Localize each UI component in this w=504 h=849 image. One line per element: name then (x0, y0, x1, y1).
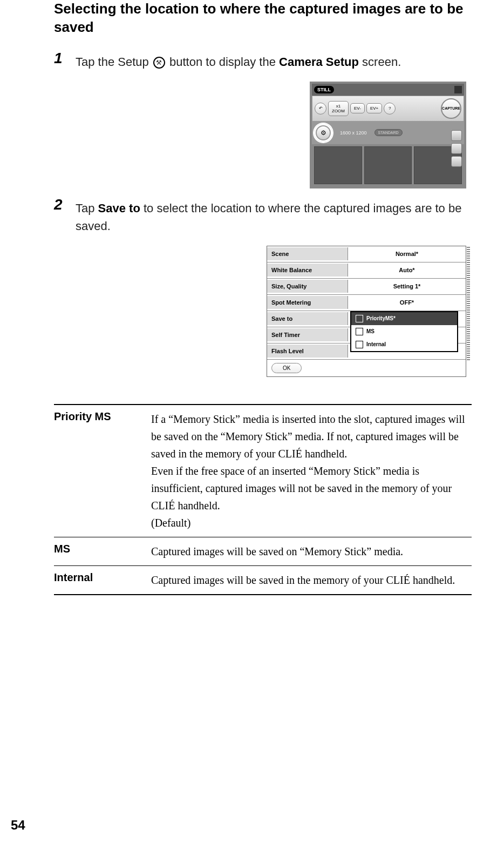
setup-row-sizequality[interactable]: Size, Quality Setting 1* (267, 279, 466, 295)
setup-button-highlight: ⚙ (314, 124, 332, 142)
help-button[interactable]: ? (384, 103, 396, 114)
def-term: Priority MS (54, 410, 151, 531)
popup-item-label: Internal (366, 341, 386, 347)
popup-item-label: MS (366, 328, 374, 334)
camera-ui-screenshot: STILL ↶ x1 ZOOM EV- EV+ ? CAPTURE ⚙ 1600… (310, 82, 466, 188)
topbar-icon (454, 86, 462, 93)
step-2: 2 Tap Save to to select the location to … (54, 199, 472, 235)
setup-row-label: Self Timer (267, 328, 348, 341)
def-row-ms: MS Captured images will be saved on “Mem… (54, 537, 472, 566)
setup-row-label: Save to (267, 312, 348, 325)
setup-row-label: Flash Level (267, 345, 348, 358)
setup-row-whitebalance[interactable]: White Balance Auto* (267, 262, 466, 279)
setup-row-scene[interactable]: Scene Normal* (267, 246, 466, 262)
camera-setup-list: Scene Normal* White Balance Auto* Size, … (267, 246, 466, 377)
sidebar-button[interactable] (451, 130, 462, 141)
memorystick-icon (356, 328, 363, 335)
def-desc: Captured images will be saved in the mem… (151, 571, 472, 589)
step-1: 1 Tap the Setup button to display the Ca… (54, 53, 472, 71)
def-term: MS (54, 543, 151, 560)
setup-button[interactable]: ⚙ (317, 126, 330, 139)
step-number: 2 (54, 196, 63, 213)
def-row-internal: Internal Captured images will be saved i… (54, 566, 472, 595)
def-row-priorityms: Priority MS If a “Memory Stick” media is… (54, 405, 472, 537)
back-button[interactable]: ↶ (315, 103, 326, 114)
scroll-indicator (467, 246, 470, 360)
ev-plus-button[interactable]: EV+ (366, 103, 382, 113)
step-number: 1 (54, 50, 63, 67)
saveto-popup: PriorityMS* MS Internal (350, 311, 458, 352)
quality-badge: STANDARD (374, 129, 403, 136)
setup-row-label: Scene (267, 247, 348, 260)
definition-table: Priority MS If a “Memory Stick” media is… (54, 404, 472, 595)
popup-internal[interactable]: Internal (351, 338, 457, 351)
sidebar-button[interactable] (451, 156, 462, 167)
step-1-text: Tap the Setup button to display the Came… (76, 53, 472, 71)
ev-minus-button[interactable]: EV- (350, 103, 365, 113)
step-1-tail: screen. (359, 55, 401, 69)
camera-midbar: ⚙ 1600 x 1200 STANDARD (312, 122, 464, 144)
capture-button[interactable]: CAPTURE (441, 98, 461, 119)
popup-ms[interactable]: MS (351, 325, 457, 338)
camera-preview-row (312, 144, 464, 186)
setup-row-value: Setting 1* (348, 280, 466, 293)
ok-button[interactable]: OK (271, 363, 302, 373)
page-number: 54 (11, 818, 25, 833)
preview-slot (364, 146, 412, 184)
setup-row-label: Size, Quality (267, 280, 348, 293)
camera-sidebar (451, 130, 464, 167)
step-1-pre: Tap the Setup (76, 55, 152, 69)
step-1-post: button to display the (166, 55, 279, 69)
def-desc: Captured images will be saved on “Memory… (151, 543, 472, 560)
setup-row-value: Normal* (348, 247, 466, 260)
step-1-bold: Camera Setup (279, 55, 359, 69)
camera-toolbar: ↶ x1 ZOOM EV- EV+ ? CAPTURE (312, 96, 464, 122)
internal-icon (356, 341, 363, 348)
setup-row-spotmetering[interactable]: Spot Metering OFF* (267, 295, 466, 311)
memorystick-icon (356, 315, 363, 322)
setup-row-label: White Balance (267, 264, 348, 277)
zoom-x1-button[interactable]: x1 ZOOM (328, 101, 349, 116)
setup-wrench-icon (153, 57, 165, 69)
camera-topbar: STILL (312, 84, 464, 96)
section-title: Selecting the location to where the capt… (54, 0, 472, 37)
popup-item-label: PriorityMS* (366, 315, 396, 321)
preview-slot (314, 146, 362, 184)
step-2-pre: Tap (76, 201, 98, 215)
sidebar-button[interactable] (451, 143, 462, 154)
step-2-text: Tap Save to to select the location to wh… (76, 199, 472, 235)
resolution-text: 1600 x 1200 (335, 130, 372, 136)
def-desc: If a “Memory Stick” media is inserted in… (151, 410, 472, 531)
step-2-bold: Save to (98, 201, 140, 215)
still-mode-badge: STILL (314, 86, 334, 93)
setup-row-label: Spot Metering (267, 296, 348, 309)
setup-row-value: Auto* (348, 264, 466, 277)
setup-row-value: OFF* (348, 296, 466, 309)
popup-priorityms[interactable]: PriorityMS* (351, 312, 457, 325)
def-term: Internal (54, 571, 151, 589)
